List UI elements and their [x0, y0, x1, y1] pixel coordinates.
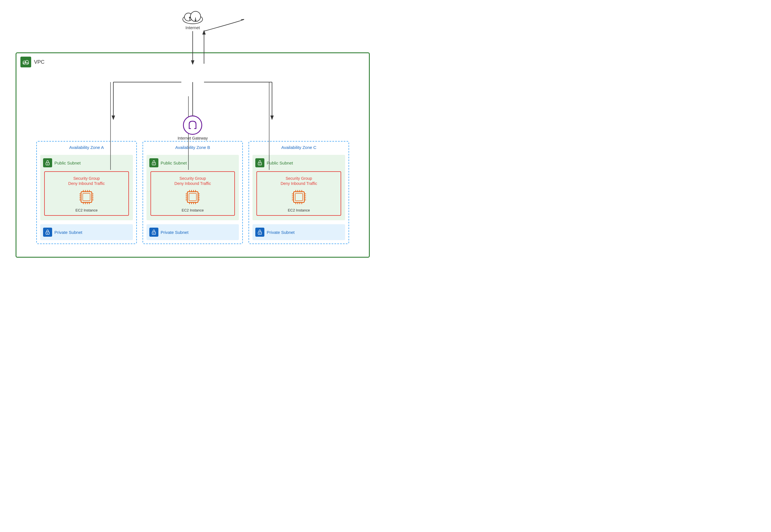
private-subnet-header-a: Private Subnet: [43, 228, 130, 237]
private-subnet-a: Private Subnet: [40, 224, 133, 240]
sg-box-c: Security GroupDeny Inbound Traffic: [257, 171, 341, 216]
public-subnet-c-label: Public Subnet: [267, 161, 293, 165]
igw-section: Internet Gateway: [178, 116, 208, 140]
svg-point-87: [260, 233, 261, 234]
internet-label: Internet: [185, 25, 200, 30]
subnet-header-c: Public Subnet: [255, 158, 342, 167]
az-c-title: Availability Zone C: [253, 145, 345, 150]
svg-rect-47: [189, 193, 197, 201]
private-subnet-c-label: Private Subnet: [267, 230, 294, 235]
lock-icon-c: [255, 158, 264, 167]
vpc-icon: [20, 57, 31, 67]
lock-icon-private-c: [255, 228, 264, 237]
az-box-a: Availability Zone A Public Subnet: [36, 141, 137, 244]
subnet-header-a: Public Subnet: [43, 158, 130, 167]
svg-point-23: [47, 164, 48, 164]
subnet-header-b: Public Subnet: [149, 158, 236, 167]
diagram-container: Internet VPC: [0, 0, 385, 266]
vpc-box: VPC Internet Gateway Availability Zone A: [16, 52, 370, 258]
public-subnet-c: Public Subnet Security GroupDeny Inbound…: [253, 155, 345, 220]
internet-section: Internet: [181, 8, 204, 30]
ec2-label-c: EC2 Instance: [288, 208, 310, 212]
private-subnet-c: Private Subnet: [253, 224, 345, 240]
vpc-label: VPC: [34, 59, 44, 65]
private-subnet-a-label: Private Subnet: [54, 230, 82, 235]
svg-point-67: [260, 164, 261, 164]
sg-label-a: Security GroupDeny Inbound Traffic: [68, 176, 105, 186]
public-subnet-b-label: Public Subnet: [161, 161, 187, 165]
az-row: Availability Zone A Public Subnet: [36, 141, 349, 244]
sg-box-a: Security GroupDeny Inbound Traffic: [44, 171, 129, 216]
svg-rect-25: [83, 193, 90, 201]
private-subnet-b: Private Subnet: [146, 224, 239, 240]
az-a-title: Availability Zone A: [40, 145, 133, 150]
az-box-c: Availability Zone C Public Subnet: [249, 141, 349, 244]
svg-point-45: [153, 164, 154, 164]
svg-point-65: [153, 233, 154, 234]
ec2-chip-c: [290, 188, 308, 206]
sg-label-b: Security GroupDeny Inbound Traffic: [174, 176, 211, 186]
public-subnet-b: Public Subnet Security GroupDeny Inbound…: [146, 155, 239, 220]
ec2-chip-a: [78, 188, 95, 206]
igw-label: Internet Gateway: [178, 136, 208, 140]
private-subnet-b-label: Private Subnet: [161, 230, 188, 235]
svg-rect-69: [295, 193, 303, 201]
ec2-label-b: EC2 Instance: [181, 208, 204, 212]
az-b-title: Availability Zone B: [146, 145, 239, 150]
lock-icon-private-b: [149, 228, 158, 237]
ec2-chip-b: [184, 188, 202, 206]
public-subnet-a-label: Public Subnet: [54, 161, 81, 165]
private-subnet-header-b: Private Subnet: [149, 228, 236, 237]
az-box-b: Availability Zone B Public Subnet: [142, 141, 243, 244]
sg-label-c: Security GroupDeny Inbound Traffic: [281, 176, 317, 186]
cloud-icon: [181, 8, 204, 24]
public-subnet-a: Public Subnet Security GroupDeny Inbound…: [40, 155, 133, 220]
lock-icon-private-a: [43, 228, 52, 237]
vpc-label-area: VPC: [20, 57, 44, 67]
igw-icon: [183, 116, 202, 135]
svg-point-43: [47, 233, 48, 234]
lock-icon-b: [149, 158, 158, 167]
lock-icon-a: [43, 158, 52, 167]
ec2-label-a: EC2 Instance: [75, 208, 97, 212]
private-subnet-header-c: Private Subnet: [255, 228, 342, 237]
sg-box-b: Security GroupDeny Inbound Traffic: [150, 171, 235, 216]
